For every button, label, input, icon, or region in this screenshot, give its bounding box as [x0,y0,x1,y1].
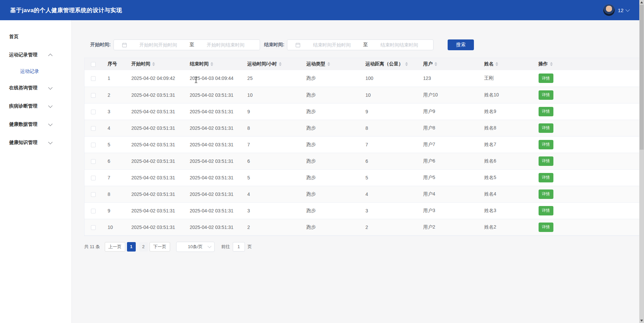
end-time-to-input[interactable] [370,42,428,48]
user-avatar[interactable] [603,4,615,16]
end-time-range-picker[interactable]: 至 [287,39,433,50]
scroll-up-icon[interactable] [640,1,643,3]
column-header[interactable]: 序号 [102,58,126,70]
table-row: 10 2025-04-02 03:51:31 2025-04-02 03:51:… [85,219,639,235]
cell-type: 跑步 [301,103,360,120]
column-header[interactable]: 运动距离（公里） [360,58,418,70]
cell-start-time: 2025-04-02 03:51:31 [126,136,184,153]
end-time-from-input[interactable] [302,42,361,48]
row-checkbox[interactable] [91,192,96,197]
cell-name: 姓名10 [479,87,533,103]
row-checkbox[interactable] [91,225,96,230]
row-checkbox[interactable] [91,143,96,147]
page-size-select[interactable]: 10条/页 [176,242,215,252]
sidebar-subitem-sport-record[interactable]: 运动记录 [0,64,71,79]
next-page-button[interactable]: 下一页 [150,242,170,252]
column-header-label: 用户 [423,61,432,67]
sort-carets-icon[interactable] [434,62,437,66]
cell-name: 姓名3 [479,202,533,219]
cell-type: 跑步 [301,169,360,186]
cell-user: 用户2 [418,219,479,235]
cell-distance: 9 [360,103,418,120]
goto-page-input[interactable] [233,242,245,252]
column-header[interactable]: 运动时间/小时 [242,58,301,70]
sort-carets-icon[interactable] [405,62,408,66]
start-time-from-input[interactable] [129,42,188,48]
sidebar-item-online-consult[interactable]: 在线咨询管理 [0,79,71,97]
sort-carets-icon[interactable] [279,62,282,66]
chevron-up-icon [48,54,53,58]
row-checkbox[interactable] [91,76,96,81]
cell-hours: 7 [242,136,301,153]
chevron-down-icon [48,122,53,126]
cell-name: 姓名6 [479,153,533,169]
calendar-icon [295,42,300,48]
detail-button[interactable]: 详情 [539,206,553,215]
detail-button[interactable]: 详情 [539,74,553,83]
detail-button[interactable]: 详情 [539,173,553,182]
row-checkbox[interactable] [91,93,96,98]
column-header[interactable]: 结束时间 [184,58,242,70]
column-header[interactable]: 姓名 [479,58,533,70]
cell-index: 4 [102,120,126,136]
main-content: 开始时间: 至 结束时间: [72,20,644,323]
detail-button[interactable]: 详情 [539,123,553,133]
detail-button[interactable]: 详情 [539,140,553,149]
detail-button[interactable]: 详情 [539,107,553,116]
select-all-checkbox[interactable] [91,62,96,67]
sidebar-item-disease-diagnosis[interactable]: 疾病诊断管理 [0,97,71,115]
row-checkbox[interactable] [91,159,96,164]
table-row: 8 2025-04-02 03:51:31 2025-04-02 03:51:3… [85,186,639,202]
sort-carets-icon[interactable] [211,62,213,66]
row-checkbox[interactable] [91,209,96,213]
start-time-to-input[interactable] [196,42,255,48]
row-checkbox[interactable] [91,176,96,180]
cell-distance: 4 [360,186,418,202]
calendar-icon [122,42,127,48]
sidebar-item-health-data[interactable]: 健康数据管理 [0,115,71,134]
sidebar: 首页 运动记录管理 运动记录 在线咨询管理 疾病诊断管理 健康数据管理 健康知识… [0,20,72,323]
column-header[interactable]: 运动类型 [301,58,360,70]
vertical-scrollbar[interactable] [639,0,644,323]
sidebar-item-home[interactable]: 首页 [0,28,71,46]
cell-type: 跑步 [301,219,360,235]
total-count-label: 共 11 条 [84,244,100,250]
user-menu[interactable]: 12 [603,4,629,16]
column-header[interactable]: 操作 [533,58,639,70]
cell-type: 跑步 [301,202,360,219]
column-header[interactable]: 开始时间 [126,58,184,70]
start-time-range-picker[interactable]: 至 [114,39,260,50]
cell-end-time: 2025-04-02 03:51:31 [184,169,242,186]
app-title: 基于java的个人健康管理系统的设计与实现 [10,6,122,14]
sidebar-item-health-knowledge[interactable]: 健康知识管理 [0,134,71,152]
sort-carets-icon[interactable] [152,62,155,66]
cell-start-time: 2025-04-02 04:09:42 [126,70,184,87]
cell-index: 5 [102,136,126,153]
scroll-down-icon[interactable] [640,320,643,322]
search-button[interactable]: 搜索 [448,39,474,50]
cell-end-time: 2025-04-02 03:51:31 [184,219,242,235]
sort-carets-icon[interactable] [327,62,330,66]
detail-button[interactable]: 详情 [539,223,553,232]
cell-index: 3 [102,103,126,120]
sort-carets-icon[interactable] [495,62,498,66]
end-time-label: 结束时间: [264,42,285,48]
row-checkbox[interactable] [91,126,96,131]
prev-page-button[interactable]: 上一页 [105,242,125,252]
table-header-row: 序号 开始时间 结束时间 运动时间/小时 运动类型 运动距离（公里） [85,58,639,70]
cell-type: 跑步 [301,87,360,103]
detail-button[interactable]: 详情 [539,90,553,100]
cell-index: 7 [102,169,126,186]
page-button-2[interactable]: 2 [139,242,148,252]
row-checkbox[interactable] [91,110,96,114]
sidebar-item-sport-records[interactable]: 运动记录管理 [0,46,71,64]
table-body: 1 2025-04-02 04:09:42 2025-04-03 04:09:4… [85,70,639,235]
cell-user: 用户9 [418,103,479,120]
page-button-1[interactable]: 1 [127,242,136,252]
cell-user: 用户5 [418,169,479,186]
detail-button[interactable]: 详情 [539,189,553,199]
scrollbar-thumb[interactable] [640,5,644,150]
column-header[interactable]: 用户 [418,58,479,70]
sort-carets-icon[interactable] [550,62,553,66]
detail-button[interactable]: 详情 [539,156,553,166]
